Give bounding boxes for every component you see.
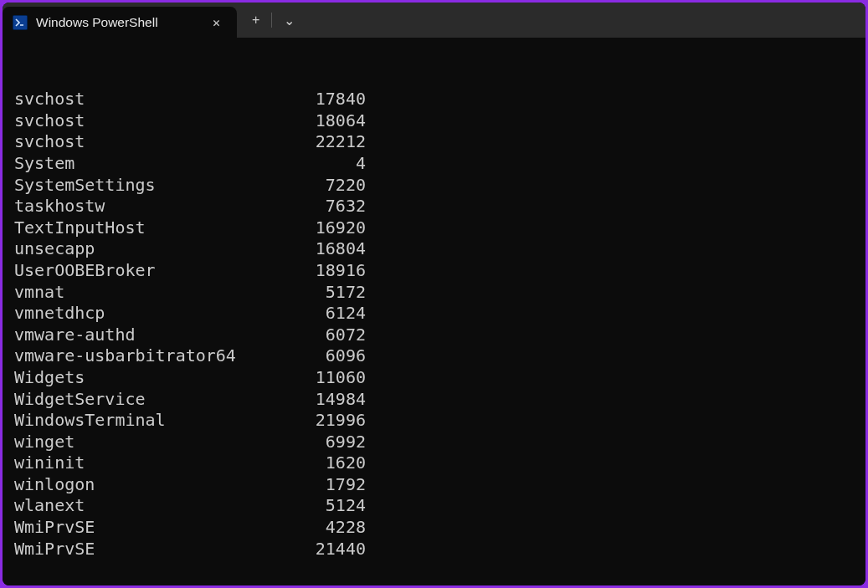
divider [271,13,272,28]
terminal-window: Windows PowerShell ✕ + ⌄ svchost17840svc… [3,3,865,585]
table-row: WindowsTerminal21996 [14,410,854,432]
table-row: winlogon1792 [14,474,854,496]
process-name: vmware-usbarbitrator64 [14,345,295,367]
terminal-body[interactable]: svchost17840svchost18064svchost22212Syst… [3,38,865,585]
process-name: svchost [14,89,295,110]
close-icon[interactable]: ✕ [208,13,225,33]
process-name: svchost [14,131,295,153]
table-row: SystemSettings7220 [14,175,854,197]
process-name: winget [14,432,295,453]
table-row: vmware-authd6072 [14,325,854,346]
process-name: unsecapp [14,238,295,260]
process-id: 6124 [295,303,366,325]
table-row: winget6992 [14,432,854,453]
process-id: 5124 [295,495,366,517]
process-id: 17840 [295,89,366,110]
process-name: vmnat [14,282,295,304]
process-id: 18064 [295,110,366,132]
process-id: 21996 [295,410,366,432]
table-row: unsecapp16804 [14,238,854,260]
process-name: UserOOBEBroker [14,260,295,282]
table-row: wininit1620 [14,453,854,474]
process-id: 6096 [295,345,366,367]
table-row: WmiPrvSE21440 [14,539,854,560]
process-id: 14984 [295,389,366,411]
process-id: 18916 [295,260,366,282]
table-row: vmnetdhcp6124 [14,303,854,325]
process-name: taskhostw [14,196,295,217]
process-id: 1792 [295,474,366,496]
table-row: WmiPrvSE4228 [14,517,854,539]
process-name: System [14,153,295,175]
powershell-icon [13,15,28,30]
process-id: 4 [295,153,366,175]
table-row: WidgetService14984 [14,389,854,411]
process-name: wininit [14,453,295,474]
tab-title: Windows PowerShell [36,15,199,30]
process-name: WmiPrvSE [14,539,295,560]
tab-dropdown-button[interactable]: ⌄ [275,9,303,32]
table-row: wlanext5124 [14,495,854,517]
process-name: WindowsTerminal [14,410,295,432]
process-list: svchost17840svchost18064svchost22212Syst… [14,89,854,560]
table-row: svchost22212 [14,131,854,153]
table-row: System4 [14,153,854,175]
process-id: 4228 [295,517,366,539]
process-id: 16920 [295,217,366,239]
process-name: TextInputHost [14,217,295,239]
titlebar-actions: + ⌄ [237,3,303,38]
process-name: vmware-authd [14,325,295,346]
process-id: 7220 [295,175,366,197]
process-id: 16804 [295,238,366,260]
table-row: TextInputHost16920 [14,217,854,239]
process-id: 22212 [295,131,366,153]
process-name: vmnetdhcp [14,303,295,325]
table-row: svchost17840 [14,89,854,110]
process-name: winlogon [14,474,295,496]
table-row: svchost18064 [14,110,854,132]
process-name: SystemSettings [14,175,295,197]
process-id: 7632 [295,196,366,217]
table-row: UserOOBEBroker18916 [14,260,854,282]
table-row: vmnat5172 [14,282,854,304]
table-row: taskhostw7632 [14,196,854,217]
process-name: Widgets [14,367,295,389]
process-id: 21440 [295,539,366,560]
process-name: svchost [14,110,295,132]
process-id: 11060 [295,367,366,389]
table-row: vmware-usbarbitrator646096 [14,345,854,367]
process-id: 1620 [295,453,366,474]
titlebar: Windows PowerShell ✕ + ⌄ [3,3,865,38]
process-id: 6992 [295,432,366,453]
process-name: WidgetService [14,389,295,411]
process-name: wlanext [14,495,295,517]
new-tab-button[interactable]: + [244,9,268,31]
process-name: WmiPrvSE [14,517,295,539]
table-row: Widgets11060 [14,367,854,389]
tab-powershell[interactable]: Windows PowerShell ✕ [3,7,237,38]
process-id: 6072 [295,325,366,346]
process-id: 5172 [295,282,366,304]
